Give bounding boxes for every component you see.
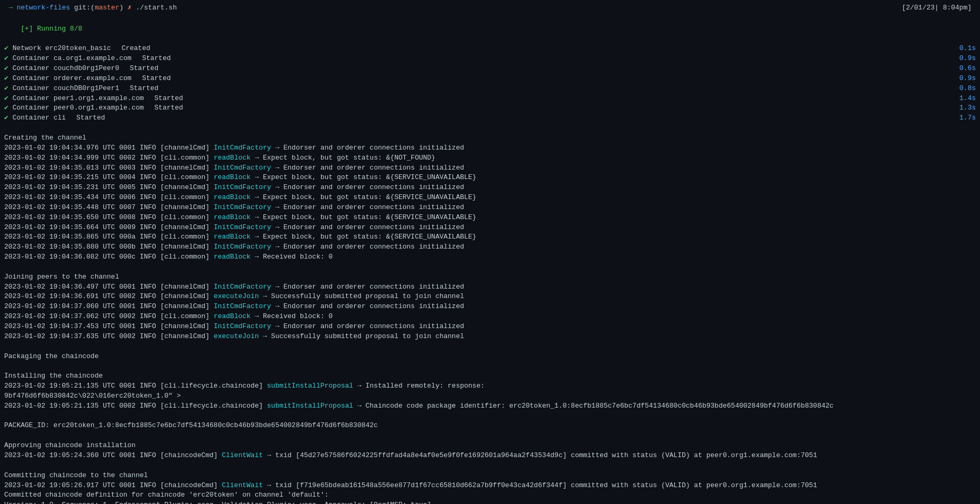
log-line: 2023-01-02 19:04:36.691 UTC 0002 INFO [c… <box>4 292 976 302</box>
log-line: 2023-01-02 19:04:35.448 UTC 0007 INFO [c… <box>4 203 976 213</box>
approving-section: Approving chaincode installation2023-01-… <box>4 441 976 461</box>
committing-extra2: Version: 1.0, Sequence: 1, Endorsement P… <box>4 500 976 504</box>
log-line: 2023-01-02 19:04:35.865 UTC 000a INFO [c… <box>4 232 976 242</box>
approving-log: 2023-01-02 19:05:24.360 UTC 0001 INFO [c… <box>4 451 976 461</box>
log-line: 2023-01-02 19:04:35.013 UTC 0003 INFO [c… <box>4 163 976 173</box>
log-line: 2023-01-02 19:04:35.231 UTC 0005 INFO [c… <box>4 183 976 193</box>
item-row: ✔ Container ca.org1.example.comStarted0.… <box>4 54 976 64</box>
log-line: 2023-01-02 19:04:37.062 UTC 0002 INFO [c… <box>4 312 976 322</box>
log-line: 2023-01-02 19:04:37.060 UTC 0001 INFO [c… <box>4 302 976 312</box>
committing-log: 2023-01-02 19:05:26.917 UTC 0001 INFO [c… <box>4 481 976 491</box>
item-row: ✔ Container peer0.org1.example.comStarte… <box>4 103 976 113</box>
items-list: ✔ Network erc20token_basicCreated0.1s✔ C… <box>4 44 976 123</box>
log-line: 2023-01-02 19:04:35.664 UTC 0009 INFO [c… <box>4 223 976 233</box>
running-status: [+] Running 8/8 <box>21 25 82 33</box>
item-row: ✔ Container cliStarted1.7s <box>4 113 976 123</box>
log-line: 2023-01-02 19:04:35.650 UTC 0008 INFO [c… <box>4 213 976 223</box>
section-header: Joining peers to the channel <box>4 272 976 282</box>
top-bar: → network-files git:(master) ✗ ./start.s… <box>4 2 976 14</box>
log-line: 2023-01-02 19:04:36.082 UTC 000c INFO [c… <box>4 252 976 262</box>
item-row: ✔ Container couchdb0rg1Peer0Started0.6s <box>4 64 976 74</box>
log-line: 9bf476d6f6b830842c\022\016erc20token_1.0… <box>4 391 976 401</box>
log-line: 2023-01-02 19:04:35.434 UTC 0006 INFO [c… <box>4 193 976 203</box>
log-line: 2023-01-02 19:04:35.880 UTC 000b INFO [c… <box>4 242 976 252</box>
running-line: [+] Running 8/8 <box>4 14 976 44</box>
package-id-line: PACKAGE_ID: erc20token_1.0:8ecfb1885c7e6… <box>4 421 976 431</box>
sections-container: Creating the channel2023-01-02 19:04:34.… <box>4 133 976 421</box>
log-line: 2023-01-02 19:04:34.976 UTC 0001 INFO [c… <box>4 143 976 153</box>
committing-section: Committing chaincode to the channel2023-… <box>4 471 976 504</box>
log-line: 2023-01-02 19:05:21.135 UTC 0001 INFO [c… <box>4 381 976 391</box>
item-row: ✔ Network erc20token_basicCreated0.1s <box>4 44 976 54</box>
log-line: 2023-01-02 19:04:35.215 UTC 0004 INFO [c… <box>4 173 976 183</box>
committing-header: Committing chaincode to the channel <box>4 471 976 481</box>
item-row: ✔ Container orderer.example.comStarted0.… <box>4 74 976 84</box>
log-line: 2023-01-02 19:04:34.999 UTC 0002 INFO [c… <box>4 153 976 163</box>
approving-header: Approving chaincode installation <box>4 441 976 451</box>
top-prompt: → network-files git:(master) ✗ ./start.s… <box>8 3 177 13</box>
top-timestamp: [2/01/23| 8:04pm] <box>902 3 972 13</box>
committing-extra1: Committed chaincode definition for chain… <box>4 490 976 500</box>
log-line: 2023-01-02 19:04:36.497 UTC 0001 INFO [c… <box>4 282 976 292</box>
section-header: Creating the channel <box>4 133 976 143</box>
log-line: 2023-01-02 19:05:21.135 UTC 0002 INFO [c… <box>4 401 976 411</box>
item-row: ✔ Container peer1.org1.example.comStarte… <box>4 94 976 104</box>
log-line: 2023-01-02 19:04:37.453 UTC 0001 INFO [c… <box>4 322 976 332</box>
log-line: 2023-01-02 19:04:37.635 UTC 0002 INFO [c… <box>4 332 976 342</box>
terminal: → network-files git:(master) ✗ ./start.s… <box>0 0 980 504</box>
section-header: Packaging the chaincode <box>4 352 976 362</box>
section-header: Installing the chaincode <box>4 371 976 381</box>
item-row: ✔ Container couchDB0rg1Peer1Started0.8s <box>4 84 976 94</box>
